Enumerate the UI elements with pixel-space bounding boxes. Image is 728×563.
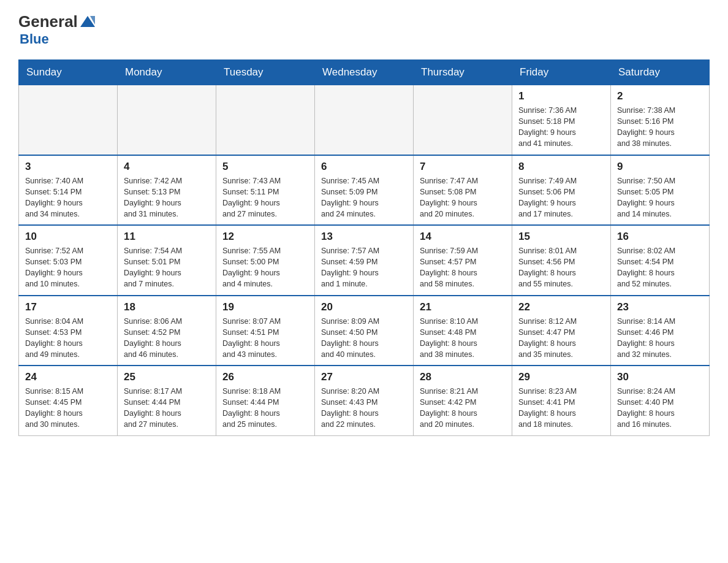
day-number: 12 (222, 231, 308, 243)
calendar-cell: 1Sunrise: 7:36 AM Sunset: 5:18 PM Daylig… (512, 85, 611, 155)
day-number: 3 (25, 161, 111, 173)
day-number: 11 (124, 231, 210, 243)
calendar-cell: 21Sunrise: 8:10 AM Sunset: 4:48 PM Dayli… (414, 296, 512, 366)
day-info: Sunrise: 7:47 AM Sunset: 5:08 PM Dayligh… (420, 175, 506, 220)
logo-general: General (18, 12, 78, 31)
day-info: Sunrise: 8:06 AM Sunset: 4:52 PM Dayligh… (124, 316, 210, 361)
day-info: Sunrise: 7:43 AM Sunset: 5:11 PM Dayligh… (222, 175, 308, 220)
day-info: Sunrise: 7:45 AM Sunset: 5:09 PM Dayligh… (321, 175, 407, 220)
calendar-cell: 3Sunrise: 7:40 AM Sunset: 5:14 PM Daylig… (19, 155, 118, 226)
calendar-cell: 28Sunrise: 8:21 AM Sunset: 4:42 PM Dayli… (414, 366, 512, 435)
weekday-header-friday: Friday (512, 60, 611, 85)
day-number: 30 (617, 371, 703, 383)
weekday-header-saturday: Saturday (611, 60, 710, 85)
day-info: Sunrise: 8:02 AM Sunset: 4:54 PM Dayligh… (617, 245, 703, 290)
calendar-cell: 8Sunrise: 7:49 AM Sunset: 5:06 PM Daylig… (512, 155, 611, 226)
calendar-cell: 11Sunrise: 7:54 AM Sunset: 5:01 PM Dayli… (118, 225, 216, 296)
day-info: Sunrise: 7:52 AM Sunset: 5:03 PM Dayligh… (25, 245, 111, 290)
day-number: 8 (518, 161, 604, 173)
day-info: Sunrise: 7:59 AM Sunset: 4:57 PM Dayligh… (420, 245, 506, 290)
calendar-cell: 22Sunrise: 8:12 AM Sunset: 4:47 PM Dayli… (512, 296, 611, 366)
day-info: Sunrise: 8:17 AM Sunset: 4:44 PM Dayligh… (124, 386, 210, 431)
weekday-header-sunday: Sunday (19, 60, 118, 85)
calendar-cell: 16Sunrise: 8:02 AM Sunset: 4:54 PM Dayli… (611, 225, 710, 296)
calendar-cell: 10Sunrise: 7:52 AM Sunset: 5:03 PM Dayli… (19, 225, 118, 296)
calendar-cell (414, 85, 512, 155)
calendar-cell: 24Sunrise: 8:15 AM Sunset: 4:45 PM Dayli… (19, 366, 118, 435)
calendar-cell: 2Sunrise: 7:38 AM Sunset: 5:16 PM Daylig… (611, 85, 710, 155)
weekday-header-tuesday: Tuesday (216, 60, 315, 85)
calendar-cell: 15Sunrise: 8:01 AM Sunset: 4:56 PM Dayli… (512, 225, 611, 296)
weekday-header-wednesday: Wednesday (315, 60, 414, 85)
calendar-cell: 12Sunrise: 7:55 AM Sunset: 5:00 PM Dayli… (216, 225, 315, 296)
calendar-cell (315, 85, 414, 155)
weekday-header-monday: Monday (118, 60, 216, 85)
weekday-header-thursday: Thursday (414, 60, 512, 85)
day-info: Sunrise: 7:42 AM Sunset: 5:13 PM Dayligh… (124, 175, 210, 220)
calendar-cell: 20Sunrise: 8:09 AM Sunset: 4:50 PM Dayli… (315, 296, 414, 366)
day-number: 16 (617, 231, 703, 243)
day-number: 5 (222, 161, 308, 173)
calendar-cell (216, 85, 315, 155)
day-info: Sunrise: 7:40 AM Sunset: 5:14 PM Dayligh… (25, 175, 111, 220)
calendar-week-row: 10Sunrise: 7:52 AM Sunset: 5:03 PM Dayli… (19, 225, 710, 296)
day-number: 13 (321, 231, 407, 243)
day-info: Sunrise: 8:18 AM Sunset: 4:44 PM Dayligh… (222, 386, 308, 431)
day-info: Sunrise: 8:15 AM Sunset: 4:45 PM Dayligh… (25, 386, 111, 431)
day-info: Sunrise: 7:55 AM Sunset: 5:00 PM Dayligh… (222, 245, 308, 290)
calendar-cell: 4Sunrise: 7:42 AM Sunset: 5:13 PM Daylig… (118, 155, 216, 226)
day-number: 24 (25, 371, 111, 383)
day-number: 7 (420, 161, 506, 173)
day-number: 15 (518, 231, 604, 243)
day-info: Sunrise: 7:36 AM Sunset: 5:18 PM Dayligh… (518, 105, 604, 150)
day-number: 27 (321, 371, 407, 383)
calendar-cell (19, 85, 118, 155)
day-info: Sunrise: 8:24 AM Sunset: 4:40 PM Dayligh… (617, 386, 703, 431)
calendar-cell: 23Sunrise: 8:14 AM Sunset: 4:46 PM Dayli… (611, 296, 710, 366)
logo: General Blue (18, 12, 96, 47)
day-number: 6 (321, 161, 407, 173)
day-number: 9 (617, 161, 703, 173)
calendar-cell: 25Sunrise: 8:17 AM Sunset: 4:44 PM Dayli… (118, 366, 216, 435)
day-info: Sunrise: 8:20 AM Sunset: 4:43 PM Dayligh… (321, 386, 407, 431)
calendar-cell: 19Sunrise: 8:07 AM Sunset: 4:51 PM Dayli… (216, 296, 315, 366)
day-info: Sunrise: 7:50 AM Sunset: 5:05 PM Dayligh… (617, 175, 703, 220)
calendar-table: SundayMondayTuesdayWednesdayThursdayFrid… (18, 59, 710, 436)
calendar-cell: 6Sunrise: 7:45 AM Sunset: 5:09 PM Daylig… (315, 155, 414, 226)
day-number: 2 (617, 90, 703, 102)
day-info: Sunrise: 8:01 AM Sunset: 4:56 PM Dayligh… (518, 245, 604, 290)
calendar-cell: 29Sunrise: 8:23 AM Sunset: 4:41 PM Dayli… (512, 366, 611, 435)
day-info: Sunrise: 8:04 AM Sunset: 4:53 PM Dayligh… (25, 316, 111, 361)
day-info: Sunrise: 8:23 AM Sunset: 4:41 PM Dayligh… (518, 386, 604, 431)
day-number: 19 (222, 301, 308, 313)
calendar-cell: 7Sunrise: 7:47 AM Sunset: 5:08 PM Daylig… (414, 155, 512, 226)
day-number: 22 (518, 301, 604, 313)
day-info: Sunrise: 8:14 AM Sunset: 4:46 PM Dayligh… (617, 316, 703, 361)
day-info: Sunrise: 8:21 AM Sunset: 4:42 PM Dayligh… (420, 386, 506, 431)
day-info: Sunrise: 7:57 AM Sunset: 4:59 PM Dayligh… (321, 245, 407, 290)
day-number: 28 (420, 371, 506, 383)
calendar-week-row: 24Sunrise: 8:15 AM Sunset: 4:45 PM Dayli… (19, 366, 710, 435)
day-number: 14 (420, 231, 506, 243)
day-info: Sunrise: 8:12 AM Sunset: 4:47 PM Dayligh… (518, 316, 604, 361)
calendar-cell: 17Sunrise: 8:04 AM Sunset: 4:53 PM Dayli… (19, 296, 118, 366)
day-info: Sunrise: 8:09 AM Sunset: 4:50 PM Dayligh… (321, 316, 407, 361)
calendar-cell: 26Sunrise: 8:18 AM Sunset: 4:44 PM Dayli… (216, 366, 315, 435)
day-info: Sunrise: 8:10 AM Sunset: 4:48 PM Dayligh… (420, 316, 506, 361)
day-number: 25 (124, 371, 210, 383)
day-number: 26 (222, 371, 308, 383)
calendar-week-row: 1Sunrise: 7:36 AM Sunset: 5:18 PM Daylig… (19, 85, 710, 155)
day-info: Sunrise: 7:38 AM Sunset: 5:16 PM Dayligh… (617, 105, 703, 150)
logo-triangle-icon (79, 13, 96, 31)
calendar-cell: 13Sunrise: 7:57 AM Sunset: 4:59 PM Dayli… (315, 225, 414, 296)
calendar-cell: 9Sunrise: 7:50 AM Sunset: 5:05 PM Daylig… (611, 155, 710, 226)
calendar-cell (118, 85, 216, 155)
calendar-cell: 14Sunrise: 7:59 AM Sunset: 4:57 PM Dayli… (414, 225, 512, 296)
day-number: 18 (124, 301, 210, 313)
day-number: 4 (124, 161, 210, 173)
day-info: Sunrise: 7:54 AM Sunset: 5:01 PM Dayligh… (124, 245, 210, 290)
weekday-header-row: SundayMondayTuesdayWednesdayThursdayFrid… (19, 60, 710, 85)
calendar-cell: 27Sunrise: 8:20 AM Sunset: 4:43 PM Dayli… (315, 366, 414, 435)
logo-blue-text: Blue (20, 31, 49, 47)
calendar-week-row: 17Sunrise: 8:04 AM Sunset: 4:53 PM Dayli… (19, 296, 710, 366)
